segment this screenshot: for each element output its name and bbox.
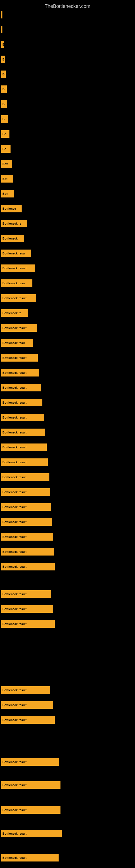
bar-row: Bot (1, 175, 13, 183)
bar-row: Bottleneck result (1, 620, 55, 628)
bar (1, 26, 2, 33)
bar-row: Bottleneck result (1, 518, 52, 526)
bar-row: Bottleneck re (1, 309, 28, 317)
bar: B (1, 56, 5, 63)
bar: Bottleneck re (1, 309, 28, 317)
bar: Bottleneck result (1, 458, 48, 466)
bar: Bottleneck result (1, 294, 36, 302)
bar-row: Bottleneck result (1, 488, 50, 496)
bar-row: Bottleneck result (1, 414, 44, 421)
bar: Bottleneck result (1, 324, 37, 332)
bar: Bottleneck re (1, 220, 27, 227)
bar-row: Bottlenec (1, 205, 21, 212)
bar: Bottleneck result (1, 429, 45, 436)
bar: Bottleneck result (1, 758, 59, 766)
bar-row: Bottleneck result (1, 758, 59, 766)
bar: Bott (1, 160, 12, 167)
bar: Bottleneck result (1, 384, 41, 392)
bar-row: B (1, 100, 7, 108)
bar: B (1, 70, 6, 78)
bar: Bottleneck result (1, 369, 39, 376)
bar-row: Bo (1, 145, 10, 153)
bar-row: Bott (1, 160, 12, 167)
bar: Bottleneck result (1, 488, 50, 496)
bar-row: Bottleneck result (1, 384, 41, 392)
bar-row: Bott (1, 190, 14, 197)
bar-row: Bottleneck re (1, 220, 27, 227)
bar-row (1, 11, 2, 19)
bar: Bottlenec (1, 205, 21, 212)
bar: Bottleneck resu (1, 279, 32, 287)
bar (1, 11, 2, 19)
bar: Bottleneck result (1, 590, 51, 598)
bar-row: Bottleneck result (1, 605, 53, 613)
bar-row: Bottleneck result (1, 399, 42, 406)
bar-row: Bottleneck result (1, 781, 60, 789)
bar: Bo (1, 145, 10, 153)
bar-row: Bottleneck result (1, 294, 36, 302)
bar: B (1, 100, 7, 108)
bar-row: Bottleneck result (1, 830, 62, 837)
bar-row: Bottleneck result (1, 563, 55, 570)
bar: Bottleneck result (1, 806, 60, 814)
bar-row: B (1, 70, 6, 78)
bar-row: Bottleneck result (1, 548, 54, 556)
bar-row: Bottleneck result (1, 503, 51, 511)
bar-row: Bottleneck result (1, 369, 39, 376)
bar: Bottleneck result (1, 686, 50, 694)
bar: Bottleneck result (1, 830, 62, 837)
bar: Bottleneck result (1, 399, 42, 406)
bar-row: B (1, 86, 7, 93)
bar: Bottleneck result (1, 781, 60, 789)
bar: Bottleneck resu (1, 339, 33, 347)
bar: Bottleneck result (1, 716, 55, 724)
bar-row: Bottleneck result (1, 429, 45, 436)
bar-row: Bottleneck result (1, 443, 47, 451)
bar-row: Bottleneck resu (1, 279, 32, 287)
bar: Bottleneck result (1, 354, 38, 362)
bar-row: Bottleneck result (1, 854, 58, 862)
bar-row: Bo (1, 130, 9, 138)
bar: Bottleneck result (1, 265, 35, 272)
bar: Bott (1, 190, 14, 197)
bar-row: Bottleneck result (1, 473, 49, 481)
bar-row: Bottleneck resu (1, 339, 33, 347)
bar: Bottleneck (1, 235, 24, 242)
bar: Bottleneck result (1, 854, 58, 862)
bar: Bottleneck result (1, 443, 47, 451)
bar: Bottleneck result (1, 503, 51, 511)
bar: Bot (1, 175, 13, 183)
bar-row: Bottleneck result (1, 716, 55, 724)
bar: B (1, 41, 4, 48)
bar: Bottleneck resu (1, 250, 31, 257)
bar-row: Bottleneck result (1, 806, 60, 814)
bar-row: Bottleneck result (1, 324, 37, 332)
bar-row: Bottleneck result (1, 354, 38, 362)
bar-row: Bottleneck resu (1, 250, 31, 257)
bar: Bottleneck result (1, 533, 53, 540)
bar: Bottleneck result (1, 701, 53, 709)
bar-row: Bottleneck result (1, 458, 48, 466)
bar-row: Bottleneck result (1, 701, 53, 709)
bar-row: Bottleneck result (1, 590, 51, 598)
bar-row: B (1, 115, 8, 123)
bar-row (1, 26, 2, 33)
bar-row: Bottleneck result (1, 533, 53, 540)
bar: B (1, 115, 8, 123)
bar-row: Bottleneck (1, 235, 24, 242)
bar: Bottleneck result (1, 473, 49, 481)
site-title: TheBottlenecker.com (0, 1, 135, 11)
bar: Bottleneck result (1, 605, 53, 613)
bar-row: Bottleneck result (1, 686, 50, 694)
bar: Bottleneck result (1, 620, 55, 628)
bar: Bottleneck result (1, 548, 54, 556)
bar: Bottleneck result (1, 563, 55, 570)
bar-row: Bottleneck result (1, 265, 35, 272)
bar: Bottleneck result (1, 518, 52, 526)
bar: Bo (1, 130, 9, 138)
bar-row: B (1, 56, 5, 63)
bar: B (1, 86, 7, 93)
bar: Bottleneck result (1, 414, 44, 421)
bar-row: B (1, 41, 4, 48)
